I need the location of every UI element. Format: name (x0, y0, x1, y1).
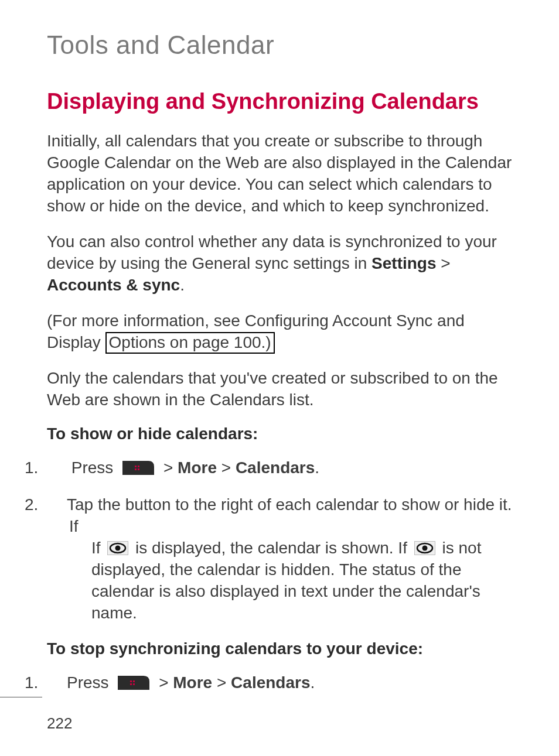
svg-rect-11 (133, 683, 135, 685)
menu-key-icon (117, 675, 151, 691)
show-hide-step-2: 2.Tap the button to the right of each ca… (47, 494, 516, 624)
chapter-title: Tools and Calendar (47, 30, 516, 60)
step2-text-b: is displayed, the calendar is shown. If (131, 539, 411, 557)
cross-reference-paragraph: (For more information, see Configuring A… (47, 310, 516, 354)
section-heading: Displaying and Synchronizing Calendars (47, 89, 516, 114)
calendars-bold: Calendars (236, 459, 315, 477)
step-number: 1. (47, 457, 67, 479)
calendars-bold: Calendars (231, 673, 310, 692)
step-number: 2. (47, 494, 67, 516)
intro-paragraph-2: You can also control whether any data is… (47, 231, 516, 296)
svg-rect-10 (130, 683, 132, 685)
step1-text-b: > (159, 459, 178, 477)
subheading-stop-sync: To stop synchronizing calendars to your … (47, 639, 516, 658)
step-number: 1. (47, 672, 67, 694)
subheading-show-hide: To show or hide calendars: (47, 425, 516, 443)
page: Tools and Calendar Displaying and Synchr… (0, 0, 559, 756)
show-hide-step-1: 1. Press > More > Calendars. (47, 457, 516, 479)
settings-bold: Settings (371, 254, 436, 272)
svg-rect-3 (138, 468, 139, 470)
s2-step1-sep: > (212, 673, 231, 692)
step1-text-a: Press (67, 459, 118, 477)
svg-point-7 (422, 545, 427, 550)
step2-text-a: Tap the button to the right of each cale… (67, 495, 512, 535)
accounts-sync-bold: Accounts & sync (47, 276, 180, 294)
svg-rect-8 (130, 680, 132, 682)
page-number: 222 (47, 714, 72, 733)
eye-shown-icon (107, 541, 128, 555)
s2-step1-text-b: > (154, 673, 173, 692)
intro-paragraph-1: Initially, all calendars that you create… (47, 131, 516, 217)
svg-rect-9 (133, 680, 135, 682)
step1-sep: > (217, 459, 236, 477)
svg-point-5 (115, 545, 121, 550)
svg-rect-2 (135, 468, 137, 470)
svg-rect-1 (138, 466, 139, 467)
page-reference-link[interactable]: Options on page 100.) (105, 332, 275, 354)
stop-sync-step-1: 1.Press > More > Calendars. (47, 672, 516, 694)
intro-paragraph-4: Only the calendars that you've created o… (47, 368, 516, 411)
eye-hidden-icon (414, 541, 435, 555)
para2-post: . (180, 276, 185, 294)
side-tab-marker (0, 697, 42, 701)
step1-end: . (315, 459, 319, 477)
step2-if: If (91, 539, 105, 557)
s2-step1-text-a: Press (67, 673, 113, 692)
menu-key-icon (121, 460, 155, 476)
para2-sep1: > (437, 254, 451, 272)
more-bold: More (173, 673, 212, 692)
svg-rect-0 (135, 466, 137, 467)
s2-step1-end: . (311, 673, 315, 692)
step2-continuation: If is displayed, the calendar is shown. … (69, 538, 516, 624)
more-bold: More (178, 459, 217, 477)
